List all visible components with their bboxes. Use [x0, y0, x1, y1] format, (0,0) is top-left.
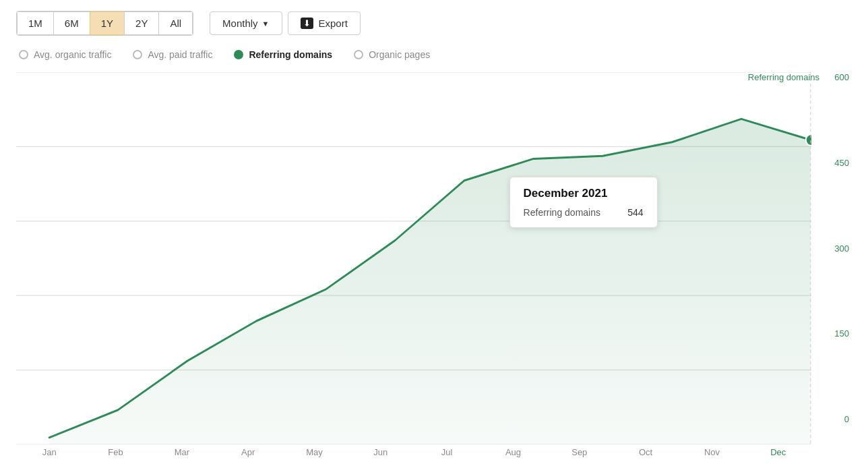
x-label-mar: Mar: [149, 447, 215, 457]
toolbar: 1M6M1Y2YAll Monthly ▼ ⬇ Export: [16, 11, 852, 36]
y-label-0: 0: [844, 414, 852, 424]
x-label-jun: Jun: [348, 447, 414, 457]
legend-referring[interactable]: Referring domains: [234, 49, 332, 60]
x-label-aug: Aug: [480, 447, 546, 457]
y-label-300: 300: [834, 243, 852, 254]
legend-label-avg-paid: Avg. paid traffic: [148, 49, 212, 60]
x-axis-labels: Jan Feb Mar Apr May Jun Jul Aug Sep Oct …: [16, 444, 811, 457]
x-label-oct: Oct: [613, 447, 679, 457]
chart-area-fill: [49, 119, 811, 444]
export-icon: ⬇: [301, 18, 313, 29]
chevron-down-icon: ▼: [262, 20, 270, 28]
time-btn-all[interactable]: All: [158, 11, 193, 35]
y-label-600: 600: [834, 72, 852, 82]
monthly-label: Monthly: [222, 18, 258, 29]
legend-dot-organic-pages: [354, 50, 363, 59]
time-btn-2y[interactable]: 2Y: [124, 11, 158, 35]
x-label-apr: Apr: [215, 447, 281, 457]
y-axis-labels: 600 450 300 150 0: [815, 72, 852, 424]
time-btn-6m[interactable]: 6M: [53, 11, 90, 35]
x-label-dec: Dec: [745, 447, 811, 457]
x-label-jul: Jul: [414, 447, 480, 457]
x-label-feb: Feb: [82, 447, 148, 457]
chart-area: December 2021 Referring domains 544: [16, 72, 811, 444]
legend-avg-paid[interactable]: Avg. paid traffic: [133, 49, 212, 60]
chart-wrapper: Referring domains: [16, 72, 852, 457]
y-label-450: 450: [834, 158, 852, 168]
export-label: Export: [319, 18, 348, 29]
time-btn-1m[interactable]: 1M: [17, 11, 53, 35]
x-label-may: May: [281, 447, 347, 457]
legend-dot-avg-paid: [133, 50, 142, 59]
export-button[interactable]: ⬇ Export: [288, 11, 361, 35]
x-label-jan: Jan: [16, 447, 82, 457]
legend-label-referring: Referring domains: [249, 49, 332, 60]
legend-label-organic-pages: Organic pages: [369, 49, 430, 60]
monthly-dropdown[interactable]: Monthly ▼: [210, 11, 282, 35]
legend-label-avg-organic: Avg. organic traffic: [34, 49, 111, 60]
legend: Avg. organic traffic Avg. paid traffic R…: [16, 49, 852, 60]
x-label-nov: Nov: [679, 447, 745, 457]
legend-organic-pages[interactable]: Organic pages: [354, 49, 430, 60]
legend-dot-referring: [234, 50, 243, 59]
legend-avg-organic[interactable]: Avg. organic traffic: [19, 49, 111, 60]
x-label-sep: Sep: [547, 447, 613, 457]
time-btn-1y[interactable]: 1Y: [90, 11, 124, 35]
y-label-150: 150: [834, 328, 852, 339]
legend-dot-avg-organic: [19, 50, 28, 59]
